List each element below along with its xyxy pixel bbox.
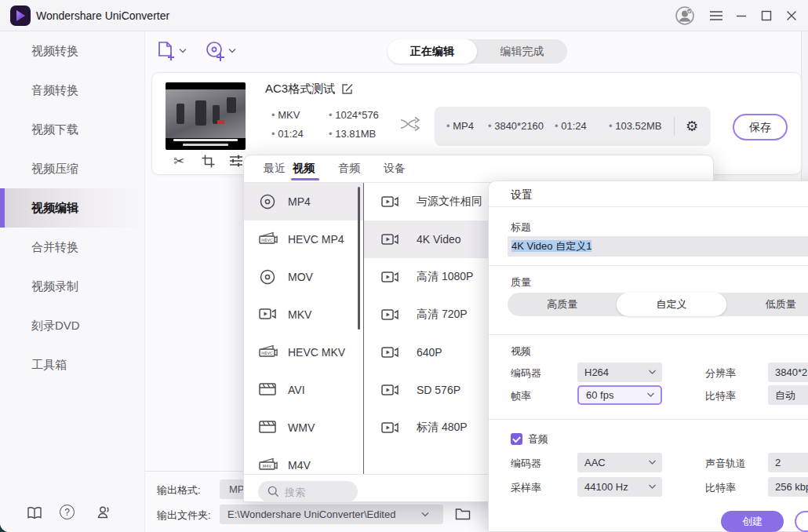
source-format: MKV — [271, 109, 300, 121]
popup-tab-video[interactable]: 视频 — [293, 162, 315, 176]
source-resolution: 1024*576 — [329, 109, 379, 121]
video-framerate-label: 帧率 — [511, 389, 531, 403]
sidebar-item-toolbox[interactable]: 工具箱 — [0, 345, 144, 384]
hevc-icon: HEVC — [258, 343, 277, 362]
format-search-input[interactable]: 搜索 — [258, 481, 358, 502]
output-folder-label: 输出文件夹: — [157, 508, 211, 523]
save-button[interactable]: 保存 — [733, 114, 788, 140]
audio-channels-label: 声音轨道 — [705, 457, 746, 471]
output-folder-dropdown[interactable]: E:\Wondershare UniConverter\Edited — [220, 505, 443, 524]
format-item-hevc-mkv[interactable]: HEVCHEVC MKV — [244, 333, 363, 371]
video-framerate-value: 60 fps — [586, 389, 613, 401]
format-item-m4v[interactable]: M4VM4V — [244, 446, 363, 474]
popup-tab-device[interactable]: 设备 — [384, 162, 406, 176]
sidebar-item-video-edit[interactable]: 视频编辑 — [0, 188, 144, 228]
video-bitrate-field[interactable]: 自动 — [768, 385, 808, 405]
quality-option-高质量[interactable]: 高质量 — [508, 293, 617, 316]
quality-option-低质量[interactable]: 低质量 — [726, 293, 808, 316]
video-resolution-field[interactable]: 3840*2160 — [768, 363, 808, 382]
sidebar-item-label: 视频下载 — [31, 122, 78, 136]
resolution-label: 4K Video — [417, 233, 461, 246]
minimize-button[interactable] — [730, 5, 752, 27]
video-resolution-label: 分辨率 — [705, 366, 736, 381]
user-guide-icon[interactable] — [25, 503, 44, 522]
svg-text:HEVC: HEVC — [261, 238, 273, 242]
svg-text:M4V: M4V — [263, 464, 272, 468]
resolution-label: 与源文件相同 — [417, 195, 482, 209]
thumbnail-subtitle-line — [183, 144, 228, 146]
disc-icon — [258, 192, 277, 211]
account-avatar-icon[interactable] — [674, 5, 696, 27]
format-item-wmv[interactable]: WMV — [244, 409, 363, 446]
output-size: 103.52MB — [609, 120, 661, 132]
audio-encoder-dropdown[interactable]: AAC — [577, 453, 662, 472]
add-dvd-dropdown-chevron-icon[interactable] — [228, 48, 236, 53]
trim-scissors-icon[interactable]: ✂ — [171, 153, 187, 169]
sidebar-item-video-convert[interactable]: 视频转换 — [0, 31, 144, 71]
secondary-button-partial[interactable] — [795, 511, 808, 532]
divider — [489, 419, 808, 420]
audio-samplerate-dropdown[interactable]: 44100 Hz — [577, 477, 662, 497]
video-encoder-label: 编码器 — [511, 366, 541, 381]
format-item-hevc-mp4[interactable]: HEVCHEVC MP4 — [244, 220, 363, 258]
quality-option-自定义[interactable]: 自定义 — [617, 293, 726, 316]
add-file-dropdown-chevron-icon[interactable] — [179, 48, 187, 53]
output-settings-gear-icon[interactable]: ⚙ — [682, 117, 701, 136]
crop-icon[interactable] — [200, 153, 216, 169]
svg-text:HEVC: HEVC — [261, 351, 273, 355]
popup-tab-recent[interactable]: 最近 — [264, 162, 286, 176]
sidebar-footer: ? — [0, 490, 145, 532]
output-format: MP4 — [446, 120, 474, 132]
format-item-mkv[interactable]: MKV — [244, 296, 363, 333]
convert-arrow-icon — [399, 116, 421, 132]
maximize-button[interactable] — [755, 5, 777, 27]
audio-section-header: 音频 — [528, 432, 548, 446]
format-label: MOV — [288, 271, 313, 283]
app-logo-icon — [10, 5, 31, 26]
sidebar-item-label: 合并转换 — [31, 240, 78, 253]
sidebar-item-burn-dvd[interactable]: 刻录DVD — [0, 306, 144, 345]
resolution-label: 640P — [417, 346, 442, 359]
divider — [489, 334, 808, 335]
feedback-contact-icon[interactable] — [94, 503, 113, 522]
rename-edit-icon[interactable] — [341, 82, 354, 95]
format-item-avi[interactable]: AVI — [244, 371, 363, 409]
tab-edit-done[interactable]: 编辑完成 — [477, 39, 567, 64]
resolution-label: SD 576P — [417, 384, 460, 396]
sidebar-item-audio-convert[interactable]: 音频转换 — [0, 71, 144, 110]
format-list-scrollbar[interactable] — [358, 187, 360, 330]
effects-sliders-icon[interactable] — [228, 153, 244, 169]
open-folder-icon[interactable] — [455, 507, 471, 523]
preset-title-input[interactable]: 4K Video 自定义1 — [508, 236, 808, 257]
tab-editing[interactable]: 正在编辑 — [388, 39, 477, 64]
video-framerate-dropdown[interactable]: 60 fps — [577, 385, 662, 405]
format-label: MKV — [288, 308, 311, 321]
create-button[interactable]: 创建 — [721, 511, 784, 532]
video-encoder-dropdown[interactable]: H264 — [577, 363, 662, 382]
file-title: AC3格式测试 — [265, 82, 335, 97]
help-glyph: ? — [64, 507, 70, 518]
audio-bitrate-field[interactable]: 256 kbps — [768, 477, 808, 497]
add-file-button[interactable] — [156, 41, 177, 61]
sidebar-item-video-download[interactable]: 视频下载 — [0, 110, 144, 149]
format-item-mov[interactable]: MOV — [244, 258, 363, 296]
camera-icon — [380, 193, 399, 210]
output-folder-chevron-icon[interactable] — [421, 512, 429, 517]
audio-channels-field[interactable]: 2 — [768, 453, 808, 472]
scissors-glyph: ✂ — [173, 153, 184, 169]
sidebar-item-screen-record[interactable]: 视频录制 — [0, 267, 144, 306]
clapper-icon — [258, 381, 277, 399]
sidebar-item-merge-convert[interactable]: 合并转换 — [0, 228, 144, 267]
format-item-mp4[interactable]: MP4 — [244, 183, 363, 220]
sidebar-item-video-compress[interactable]: 视频压缩 — [0, 149, 144, 188]
popup-tab-audio[interactable]: 音频 — [338, 162, 360, 176]
audio-enabled-checkbox[interactable] — [511, 433, 522, 445]
hamburger-menu-icon[interactable] — [705, 5, 727, 27]
video-thumbnail[interactable] — [166, 82, 246, 150]
sidebar-item-label: 视频转换 — [31, 44, 78, 57]
close-button[interactable] — [781, 5, 803, 27]
selected-text: 4K Video 自定义1 — [511, 240, 591, 252]
format-label: WMV — [288, 421, 315, 434]
help-icon[interactable]: ? — [60, 505, 75, 519]
add-dvd-button[interactable] — [206, 41, 226, 61]
